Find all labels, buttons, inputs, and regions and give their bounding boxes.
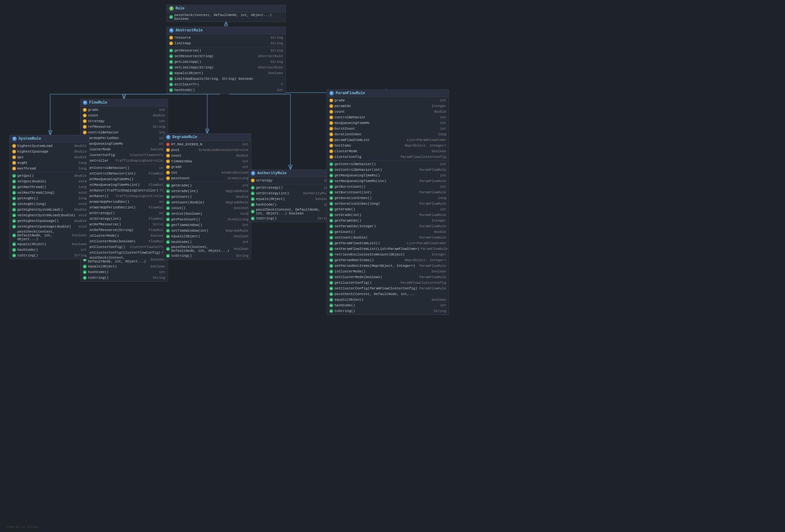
abstractrule-method-as[interactable]: m as(Class<T>) T	[167, 82, 285, 87]
mi: m	[329, 162, 333, 166]
fi: f	[12, 144, 16, 148]
class-header-degraderule: C DegradeRule	[163, 134, 251, 141]
abstractrule-class-name: AbstractRule	[176, 28, 203, 33]
fi: f	[329, 110, 333, 114]
mi: m	[251, 210, 255, 213]
rule-method-passcheck[interactable]: m passCheck(Context, DefaultNode, int, O…	[167, 13, 285, 21]
footer-text: Powered by yFiles	[6, 525, 38, 529]
abstractrule-field-limitapp[interactable]: f limitApp String	[167, 41, 285, 46]
method-icon: m	[169, 60, 173, 64]
mi: m	[329, 208, 333, 211]
method-icon: m	[169, 71, 173, 75]
mi: m	[166, 235, 170, 238]
mi: m	[166, 217, 170, 221]
fi: f	[329, 115, 333, 119]
mi: m	[329, 174, 333, 177]
mi: m	[251, 217, 255, 220]
fi: f	[166, 177, 170, 180]
systemrule-type-icon: C	[12, 136, 17, 141]
mi: m	[329, 213, 333, 217]
fi: f	[12, 150, 16, 154]
mi: m	[329, 309, 333, 313]
abstractrule-method-setresource[interactable]: m setResource(String) AbstractRule	[167, 53, 285, 59]
mi: m	[12, 191, 16, 194]
fi: f	[83, 125, 87, 129]
degraderule-class-name: DegradeRule	[172, 135, 197, 139]
mi: m	[12, 185, 16, 189]
fi: f	[329, 121, 333, 125]
fi: f	[329, 99, 333, 102]
mi: m	[12, 248, 16, 252]
abstractrule-method-hashcode[interactable]: m hashCode() int	[167, 87, 285, 93]
abstractrule-field-resource[interactable]: f resource String	[167, 35, 285, 41]
mi: m	[251, 197, 255, 201]
method-icon: m	[169, 83, 173, 86]
fi: f	[166, 154, 170, 158]
class-header-systemrule: C SystemRule	[10, 135, 89, 142]
abstractrule-method-setlimitapp[interactable]: m setLimitApp(String) AbstractRule	[167, 65, 285, 70]
abstractrule-method-getresource[interactable]: m getResource() String	[167, 48, 285, 53]
mi: m	[166, 229, 170, 233]
mi: m	[12, 225, 16, 229]
mi: m	[329, 190, 333, 194]
class-box-flowrule: C FlowRule fgradeint fcountdouble fstrat…	[80, 99, 168, 282]
paramflowrule-class-body: fgradeint fparamIdxInteger fcountdouble …	[327, 97, 449, 315]
fi: f	[12, 161, 16, 165]
mi: m	[12, 180, 16, 183]
mi: m	[166, 195, 170, 199]
mi: m	[329, 185, 333, 189]
fi: f	[329, 132, 333, 136]
fi: f	[83, 119, 87, 123]
fi: f	[166, 159, 170, 163]
class-header-paramflowrule: C ParamFlowRule	[327, 90, 449, 97]
mi: m	[83, 265, 87, 268]
mi: m	[83, 276, 87, 280]
mi: m	[12, 219, 16, 223]
fi: f	[83, 108, 87, 112]
method-icon: m	[169, 54, 173, 58]
abstractrule-method-limitappequals[interactable]: m limitAppEquals(String, String) boolean	[167, 76, 285, 82]
class-box-rule: I Rule m passCheck(Context, DefaultNode,…	[167, 5, 286, 22]
flowrule-class-name: FlowRule	[89, 101, 107, 105]
mi: m	[329, 247, 333, 251]
mi: m	[329, 241, 333, 245]
class-header-flowrule: C FlowRule	[80, 99, 168, 106]
mi: m	[166, 206, 170, 210]
mi: m	[251, 203, 255, 207]
mi: m	[251, 186, 255, 190]
abstractrule-method-equals[interactable]: m equals(Object) boolean	[167, 70, 285, 76]
mi: m	[166, 189, 170, 193]
systemrule-class-name: SystemRule	[19, 136, 41, 141]
mi: m	[166, 247, 170, 251]
authorityrule-class-body: fstrategyint mgetStrategy()int msetStrat…	[248, 177, 332, 222]
mi: m	[12, 234, 16, 237]
abstractrule-method-getlimitapp[interactable]: m getLimitApp() String	[167, 59, 285, 65]
mi: m	[83, 270, 87, 274]
mi: m	[12, 208, 16, 212]
rule-class-name: Rule	[176, 6, 185, 11]
mi: m	[12, 196, 16, 200]
method-icon: m	[169, 88, 173, 92]
class-header-rule: I Rule	[167, 5, 285, 12]
mi: m	[329, 219, 333, 222]
fi: f	[329, 104, 333, 108]
mi: m	[166, 201, 170, 204]
mi: m	[166, 184, 170, 187]
class-box-systemrule: C SystemRule fhighestSystemLoaddouble fh…	[9, 135, 90, 259]
class-box-paramflowrule: C ParamFlowRule fgradeint fparamIdxInteg…	[327, 89, 449, 315]
systemrule-class-body: fhighestSystemLoaddouble fhighestCpuUsag…	[10, 142, 89, 259]
flowrule-class-body: fgradeint fcountdouble fstrategyint fref…	[80, 106, 168, 281]
method-icon: m	[169, 49, 173, 52]
mi: m	[12, 174, 16, 178]
class-box-degraderule: C DegradeRule fRT_MAX_EXCEED_Nint fpoolS…	[163, 133, 251, 260]
fi: f	[12, 155, 16, 159]
authorityrule-class-name: AuthorityRule	[257, 171, 287, 176]
abstractrule-class-body: f resource String f limitApp String m ge…	[167, 34, 285, 94]
mi: m	[329, 230, 333, 234]
mi: m	[329, 168, 333, 172]
rule-type-icon: I	[169, 6, 174, 11]
mi: m	[12, 213, 16, 217]
fi: f	[166, 148, 170, 152]
method-icon: m	[169, 65, 173, 69]
mi: m	[329, 224, 333, 228]
